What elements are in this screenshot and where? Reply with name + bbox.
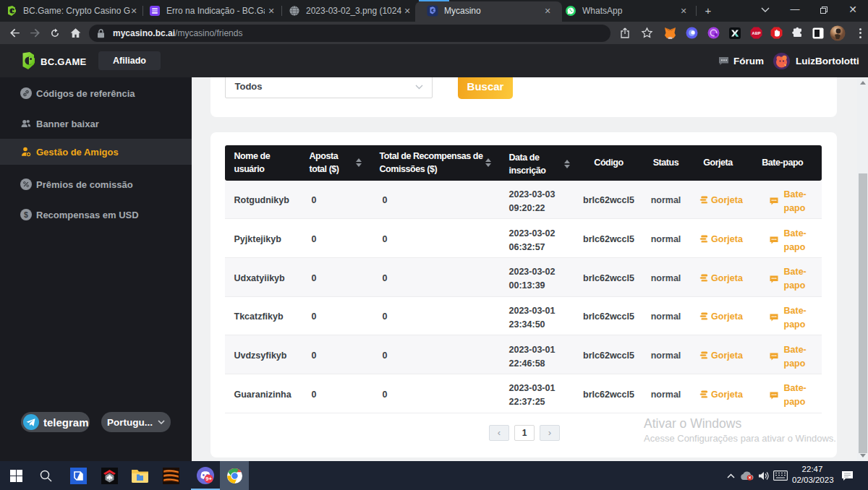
svg-text:9+: 9+ [205, 476, 212, 482]
svg-text:ABP: ABP [752, 31, 760, 35]
svg-text:$: $ [24, 210, 28, 219]
